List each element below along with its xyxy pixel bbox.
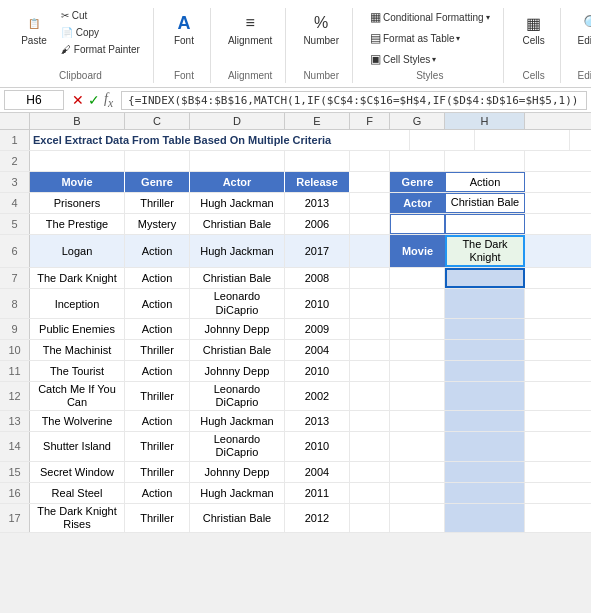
cell-h6-movie-result[interactable]: The Dark Knight — [445, 235, 525, 267]
cell-f2[interactable] — [350, 151, 390, 171]
cell-g5[interactable] — [390, 214, 445, 234]
cell-f13[interactable] — [350, 411, 390, 431]
format-as-table-button[interactable]: ▤ Format as Table ▾ — [365, 29, 495, 47]
editing-button[interactable]: 🔍 Editing — [573, 8, 591, 49]
cell-h9[interactable] — [445, 319, 525, 339]
cell-b3-movie-header[interactable]: Movie — [30, 172, 125, 192]
cell-d6[interactable]: Hugh Jackman — [190, 235, 285, 267]
cell-b14[interactable]: Shutter Island — [30, 432, 125, 460]
cell-e12[interactable]: 2002 — [285, 382, 350, 410]
cell-g2[interactable] — [390, 151, 445, 171]
col-header-c[interactable]: C — [125, 113, 190, 129]
cell-d2[interactable] — [190, 151, 285, 171]
cell-h13[interactable] — [445, 411, 525, 431]
cell-b9[interactable]: Public Enemies — [30, 319, 125, 339]
formula-input[interactable] — [121, 91, 587, 110]
cell-c12[interactable]: Thriller — [125, 382, 190, 410]
cell-g6-movie-lookup-header[interactable]: Movie — [390, 235, 445, 267]
cell-styles-button[interactable]: ▣ Cell Styles ▾ — [365, 50, 495, 68]
cell-d10[interactable]: Christian Bale — [190, 340, 285, 360]
cell-g13[interactable] — [390, 411, 445, 431]
cell-g7[interactable] — [390, 268, 445, 288]
cell-e7[interactable]: 2008 — [285, 268, 350, 288]
cell-h17[interactable] — [445, 504, 525, 532]
cell-b13[interactable]: The Wolverine — [30, 411, 125, 431]
cell-e14[interactable]: 2010 — [285, 432, 350, 460]
cell-c8[interactable]: Action — [125, 289, 190, 317]
cell-b6[interactable]: Logan — [30, 235, 125, 267]
cell-c16[interactable]: Action — [125, 483, 190, 503]
cell-h2[interactable] — [445, 151, 525, 171]
paste-button[interactable]: 📋 Paste — [16, 8, 52, 49]
cell-h10[interactable] — [445, 340, 525, 360]
cell-e6[interactable]: 2017 — [285, 235, 350, 267]
cells-button[interactable]: ▦ Cells — [516, 8, 552, 49]
cell-c15[interactable]: Thriller — [125, 462, 190, 482]
cell-d9[interactable]: Johnny Depp — [190, 319, 285, 339]
cell-e4[interactable]: 2013 — [285, 193, 350, 213]
cell-d12[interactable]: Leonardo DiCaprio — [190, 382, 285, 410]
cell-b12[interactable]: Catch Me If You Can — [30, 382, 125, 410]
cell-e2[interactable] — [285, 151, 350, 171]
cell-c2[interactable] — [125, 151, 190, 171]
font-button[interactable]: A Font — [166, 8, 202, 49]
cell-e5[interactable]: 2006 — [285, 214, 350, 234]
cell-d14[interactable]: Leonardo DiCaprio — [190, 432, 285, 460]
cell-f16[interactable] — [350, 483, 390, 503]
cell-b1[interactable]: Excel Extract Data From Table Based On M… — [30, 130, 410, 150]
cell-d3-actor-header[interactable]: Actor — [190, 172, 285, 192]
cell-g12[interactable] — [390, 382, 445, 410]
cell-d4[interactable]: Hugh Jackman — [190, 193, 285, 213]
cell-f12[interactable] — [350, 382, 390, 410]
cell-h16[interactable] — [445, 483, 525, 503]
cell-f15[interactable] — [350, 462, 390, 482]
cell-c11[interactable]: Action — [125, 361, 190, 381]
cell-c17[interactable]: Thriller — [125, 504, 190, 532]
cell-f7[interactable] — [350, 268, 390, 288]
cell-d15[interactable]: Johnny Depp — [190, 462, 285, 482]
cell-h11[interactable] — [445, 361, 525, 381]
cell-c7[interactable]: Action — [125, 268, 190, 288]
cell-g9[interactable] — [390, 319, 445, 339]
cell-f17[interactable] — [350, 504, 390, 532]
cell-c9[interactable]: Action — [125, 319, 190, 339]
format-painter-button[interactable]: 🖌 Format Painter — [56, 42, 145, 57]
cell-d5[interactable]: Christian Bale — [190, 214, 285, 234]
cell-b17[interactable]: The Dark Knight Rises — [30, 504, 125, 532]
cell-b11[interactable]: The Tourist — [30, 361, 125, 381]
col-header-g[interactable]: G — [390, 113, 445, 129]
cell-b4[interactable]: Prisoners — [30, 193, 125, 213]
cell-f5[interactable] — [350, 214, 390, 234]
cell-c4[interactable]: Thriller — [125, 193, 190, 213]
insert-function-icon[interactable]: fx — [104, 91, 113, 110]
cell-h7-selected[interactable] — [445, 268, 525, 288]
cell-g3-genre-lookup-header[interactable]: Genre — [390, 172, 445, 192]
cell-b2[interactable] — [30, 151, 125, 171]
cell-c1[interactable] — [410, 130, 475, 150]
cell-e15[interactable]: 2004 — [285, 462, 350, 482]
col-header-b[interactable]: B — [30, 113, 125, 129]
cell-g10[interactable] — [390, 340, 445, 360]
cell-c3-genre-header[interactable]: Genre — [125, 172, 190, 192]
cell-c10[interactable]: Thriller — [125, 340, 190, 360]
col-header-d[interactable]: D — [190, 113, 285, 129]
cell-f9[interactable] — [350, 319, 390, 339]
cell-f3[interactable] — [350, 172, 390, 192]
number-button[interactable]: % Number — [298, 8, 344, 49]
cell-e13[interactable]: 2013 — [285, 411, 350, 431]
cell-b7[interactable]: The Dark Knight — [30, 268, 125, 288]
cell-d1[interactable] — [475, 130, 570, 150]
cell-g4-actor-lookup-header[interactable]: Actor — [390, 193, 445, 213]
cell-e17[interactable]: 2012 — [285, 504, 350, 532]
cell-e10[interactable]: 2004 — [285, 340, 350, 360]
cell-f8[interactable] — [350, 289, 390, 317]
cut-button[interactable]: ✂ Cut — [56, 8, 145, 23]
cell-b5[interactable]: The Prestige — [30, 214, 125, 234]
cell-f11[interactable] — [350, 361, 390, 381]
cell-b16[interactable]: Real Steel — [30, 483, 125, 503]
col-header-e[interactable]: E — [285, 113, 350, 129]
cell-h15[interactable] — [445, 462, 525, 482]
cell-b8[interactable]: Inception — [30, 289, 125, 317]
cell-c5[interactable]: Mystery — [125, 214, 190, 234]
copy-button[interactable]: 📄 Copy — [56, 25, 145, 40]
